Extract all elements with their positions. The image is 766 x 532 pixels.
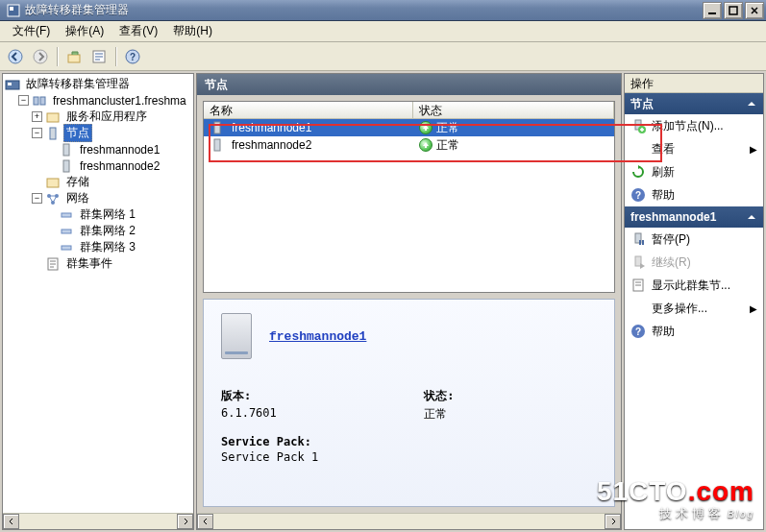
detail-area: freshmannode1 版本: 6.1.7601 Service Pack:…	[203, 299, 615, 507]
svg-rect-23	[62, 230, 71, 233]
scroll-left-button[interactable]	[3, 514, 19, 529]
row-name: freshmannode2	[232, 138, 311, 152]
submenu-arrow-icon: ▶	[750, 144, 757, 155]
svg-point-5	[34, 50, 47, 63]
tree-events[interactable]: 群集事件	[5, 255, 193, 272]
blank-icon	[630, 301, 646, 316]
tree-storage[interactable]: 存储	[5, 174, 193, 190]
tree-net2[interactable]: 群集网络 2	[5, 223, 193, 239]
tree-node2[interactable]: freshmannode2	[5, 157, 193, 174]
action-pause[interactable]: 暂停(P)	[625, 228, 763, 251]
tree-net1[interactable]: 群集网络 1	[5, 206, 193, 223]
center-scrollbar[interactable]	[197, 513, 621, 529]
action-label: 显示此群集节...	[652, 278, 730, 294]
scroll-right-button[interactable]	[605, 514, 621, 529]
tree-networks[interactable]: − 网络	[5, 190, 193, 206]
refresh-icon	[630, 164, 646, 180]
sp-value: Service Pack 1	[221, 450, 318, 464]
svg-rect-17	[63, 160, 69, 172]
expander-icon[interactable]: −	[32, 128, 42, 138]
properties-button[interactable]	[87, 45, 111, 68]
expander-icon[interactable]: −	[18, 95, 29, 106]
cluster-manager-icon	[5, 77, 20, 92]
action-category-node[interactable]: freshmannode1	[625, 206, 763, 228]
tree-node1[interactable]: freshmannode1	[5, 141, 193, 157]
tree-root[interactable]: 故障转移群集管理器	[5, 76, 193, 92]
menu-file[interactable]: 文件(F)	[5, 21, 58, 41]
server-icon	[210, 120, 225, 135]
svg-text:?: ?	[130, 52, 136, 62]
network-icon	[59, 240, 74, 255]
scroll-track[interactable]	[213, 514, 605, 529]
svg-rect-14	[47, 113, 59, 122]
action-label: 刷新	[652, 164, 675, 181]
scroll-left-button[interactable]	[197, 514, 213, 529]
detail-node-link[interactable]: freshmannode1	[269, 329, 366, 344]
tree-root-label: 故障转移群集管理器	[23, 75, 133, 93]
column-status[interactable]: 状态	[413, 102, 614, 118]
action-help2[interactable]: ? 帮助	[625, 320, 763, 343]
menu-action[interactable]: 操作(A)	[58, 21, 111, 41]
action-label: 更多操作...	[652, 301, 707, 317]
server-large-icon	[221, 313, 252, 359]
close-button[interactable]	[745, 2, 764, 19]
back-button[interactable]	[4, 45, 27, 68]
up-button[interactable]	[62, 45, 86, 68]
menu-view[interactable]: 查看(V)	[111, 21, 165, 41]
forward-button[interactable]	[29, 45, 52, 68]
svg-rect-12	[34, 97, 38, 105]
tree-cluster[interactable]: − freshmancluster1.freshma	[5, 92, 193, 109]
svg-rect-27	[214, 139, 220, 151]
tree-events-label: 群集事件	[63, 254, 115, 273]
action-resume[interactable]: 继续(R)	[625, 251, 763, 274]
tree-nodes[interactable]: − 节点	[5, 125, 193, 141]
pane-title: 节点	[197, 74, 621, 95]
blank-icon	[630, 141, 646, 157]
row-name: freshmannode1	[232, 121, 311, 134]
action-help1[interactable]: ? 帮助	[625, 183, 763, 206]
row-status: 正常	[436, 137, 459, 154]
svg-rect-22	[62, 213, 71, 217]
maximize-button[interactable]	[724, 2, 743, 19]
minimize-button[interactable]	[703, 2, 722, 19]
tree-services[interactable]: + 服务和应用程序	[5, 109, 193, 125]
services-icon	[45, 109, 61, 125]
cluster-icon	[32, 93, 47, 109]
scroll-right-button[interactable]	[177, 514, 193, 529]
action-show-events[interactable]: 显示此群集节...	[625, 274, 763, 297]
nodes-icon	[45, 126, 61, 141]
row-status: 正常	[436, 120, 459, 136]
help-icon: ?	[630, 324, 646, 339]
column-name[interactable]: 名称	[204, 102, 413, 118]
tree-net3[interactable]: 群集网络 3	[5, 239, 193, 255]
svg-rect-16	[63, 144, 69, 156]
tree-scrollbar[interactable]	[3, 513, 193, 529]
action-pane: 操作 节点 添加节点(N)... 查看 ▶ 刷新 ? 帮助 freshmanno…	[624, 73, 764, 530]
collapse-icon	[746, 98, 757, 109]
action-label: 查看	[652, 141, 675, 157]
list-row[interactable]: freshmannode1 正常	[204, 119, 614, 136]
expander-icon[interactable]: −	[32, 193, 42, 204]
action-refresh[interactable]: 刷新	[625, 160, 763, 183]
list-row[interactable]: freshmannode2 正常	[204, 136, 614, 154]
action-add-node[interactable]: 添加节点(N)...	[625, 114, 763, 137]
action-more[interactable]: 更多操作... ▶	[625, 297, 763, 320]
tree-pane: 故障转移群集管理器 − freshmancluster1.freshma + 服…	[2, 73, 194, 530]
titlebar: 故障转移群集管理器	[0, 0, 766, 21]
svg-text:?: ?	[635, 326, 641, 337]
action-category-nodes[interactable]: 节点	[625, 93, 763, 114]
svg-rect-15	[50, 128, 56, 139]
help-button[interactable]: ?	[121, 45, 144, 68]
tree-scroll[interactable]: 故障转移群集管理器 − freshmancluster1.freshma + 服…	[3, 74, 193, 513]
svg-rect-13	[40, 97, 45, 105]
window-title: 故障转移群集管理器	[25, 2, 703, 18]
events-icon	[45, 256, 61, 272]
action-pane-title: 操作	[625, 74, 763, 93]
expander-icon[interactable]: +	[32, 111, 42, 122]
svg-text:?: ?	[635, 190, 641, 201]
scroll-track[interactable]	[19, 514, 177, 529]
tree-node2-label: freshmannode2	[77, 158, 162, 174]
status-value: 正常	[424, 406, 454, 423]
menu-help[interactable]: 帮助(H)	[165, 21, 220, 41]
action-view[interactable]: 查看 ▶	[625, 137, 763, 160]
